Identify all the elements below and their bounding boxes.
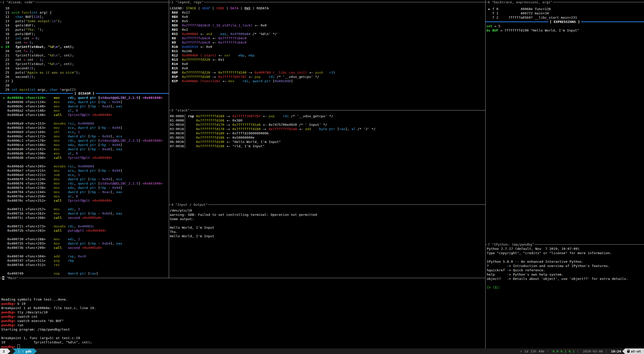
terminal-row: R9 0x7ffff7fcb4c0 ◂— 0x7ffff7fcb4c0	[170, 40, 485, 45]
terminal-row: 10	[1, 6, 168, 10]
terminal-row: 13 puts("Some output:\n");	[1, 19, 168, 23]
pane-number: 1	[2, 0, 4, 4]
terminal-row: 0x4006d8 <func+200> call fprintf@plt <0x…	[1, 156, 168, 160]
terminal-row: R10 0x602010 ◂— 0x0	[170, 45, 485, 49]
terminal-row: 0x400716 <func+262> mov dword ptr [rbp -…	[1, 211, 168, 216]
backtrace-pane[interactable]: ► f 0 40068e func+126 f 1 400772 main+34…	[486, 7, 643, 20]
terminal-row: R13 0x7fffffffd320 ◂— 0x1	[170, 57, 485, 62]
terminal-row: ? -> Introduction and overview of IPytho…	[487, 264, 643, 268]
tmux-status-bar: 2 1 gdb ↑ 1d 23h 49m 0.0 0.1 0.1 2020-03…	[0, 348, 644, 354]
program-io-pane[interactable]: /dev/pts/10warning: GDB: Failed to set c…	[170, 208, 485, 238]
terminal-row: R14 0x0	[170, 62, 485, 66]
pane-title-stack: 3 "stack"	[171, 108, 190, 112]
pane-border-disasm-code: 1 "disasm, code"	[0, 0, 169, 4]
pane-number: 4	[171, 203, 173, 206]
terminal-row: Reading symbols from test...done.	[1, 297, 484, 302]
terminal-row: 23 fprintf(stdout, "%d\n", cnt);	[1, 62, 168, 66]
registers-pane[interactable]: LEGEND: STACK | HEAP | CODE | DATA | RWX…	[170, 6, 485, 83]
chevron-left-icon	[547, 350, 550, 352]
terminal-row: 28	[1, 83, 168, 87]
terminal-row: 0x4006e7 <func+215> mov ecx, dword ptr […	[1, 168, 168, 173]
expressions-section-divider: [ EXPRESSIONS ]	[486, 20, 644, 24]
terminal-row: 0x4006a9 <func+153> movabs rsi, 0x40080d	[1, 121, 168, 126]
terminal-row: 0x400735 <func+293> mov dword ptr [rbp -…	[1, 241, 168, 246]
terminal-row: 0x400749 nop dword ptr [rax]	[1, 271, 168, 276]
pane-border-vertical-left[interactable]	[169, 0, 169, 278]
pane-title-io: 4 "Input / Output"	[171, 202, 208, 207]
stack-pane[interactable]: 00:0000│ rsp 0x7fffffffd160 —▸ 0x7ffff7b…	[170, 114, 485, 148]
terminal-row: Starting program: /tmp/pwndbg/test	[1, 327, 484, 332]
terminal-row: 00:0000│ rsp 0x7fffffffd160 —▸ 0x7ffff7b…	[170, 114, 485, 118]
expressions-pane[interactable]: cnt = 5ds BUF = 7fffffffd190 "Hello Worl…	[486, 24, 643, 33]
terminal-row: object? -> Details about 'object', use '…	[487, 277, 643, 281]
terminal-row: pwndbg> b 19	[1, 302, 484, 306]
terminal-row: 0x4006d0 <func+192> mov dword ptr [rbp -…	[1, 147, 168, 151]
hostname-badge: at-at	[625, 348, 644, 354]
terminal-row: 02:0010│ 0x7fffffffd170 —▸ 0x7fffffffd1a…	[170, 123, 485, 127]
terminal-row: 04:0020│ 0x7fffffffd180 ◂— 0xffffd190000…	[170, 131, 485, 135]
terminal-row: /dev/pts/10	[170, 208, 485, 213]
terminal-row: f 1 400772 main+34	[486, 11, 643, 15]
pane-border-legend-regs: 2 "legend, regs"	[169, 0, 485, 4]
pane-number: 7	[488, 243, 490, 246]
terminal-row: 0x4006a4 <func+148> call fprintf@plt <0x…	[1, 113, 168, 117]
terminal-row: 0x40072b <func+283> call puts@plt <0x400…	[1, 228, 168, 233]
pane-border-backtrace: 6 "backtrace, expressions, args"	[486, 0, 644, 4]
uptime-icon: ↑	[520, 349, 522, 353]
pane-border-vertical-right[interactable]	[485, 0, 486, 348]
pane-number: 6	[488, 0, 490, 4]
terminal-row: 0x400721 <func+273> movabs rdi, 0x40083c	[1, 224, 168, 228]
terminal-row: 07:0038│ 0x7fffffffd198 ◂— "rld, I'm Inp…	[170, 144, 485, 148]
terminal-row: pwndbg> tty /dev/pts/10	[1, 310, 484, 314]
status-time: 10:24	[611, 349, 621, 353]
powerline-arrow-icon	[8, 348, 10, 354]
terminal-row: 0x400696 <func+134> mov edx, dword ptr […	[1, 100, 168, 104]
terminal-row	[1, 117, 168, 121]
uptime-value: 1d 23h 49m	[524, 349, 544, 353]
terminal-row: Some output:	[170, 217, 485, 221]
chevron-left-icon	[605, 350, 608, 352]
terminal-row	[1, 332, 484, 336]
terminal-row: RSP 0x7fffffffd160 —▸ 0x7ffff7b97787 ◂— …	[170, 75, 485, 79]
terminal-row	[1, 267, 168, 271]
source-code-pane[interactable]: 10 11 void func(int arg) { 12 char BUF[1…	[1, 6, 168, 92]
terminal-row: 0x40069c <func+140> mov dword ptr [rbp -…	[1, 104, 168, 108]
tmux-window-tab[interactable]: 1 gdb	[13, 348, 34, 354]
terminal-row: 16 puts(BUF);	[1, 32, 168, 36]
terminal-row: ► 0x40068e <func+126> mov rdi, qword ptr…	[1, 96, 168, 100]
terminal-row: RDX 0x7ffff7dd18c0 (_IO_stdfile_1_lock) …	[170, 23, 485, 27]
terminal-row: 21 fprintf(stdout, "%d\n", cnt);	[1, 53, 168, 57]
load-average: 0.0 0.1 0.1	[553, 349, 575, 353]
chevron-right-icon	[21, 350, 24, 352]
gdb-main-pane[interactable]: Reading symbols from test...done.pwndbg>…	[1, 280, 484, 349]
terminal-row	[170, 221, 485, 225]
terminal-row: cnt = 5	[486, 24, 643, 28]
ipython-pane[interactable]: Python 2.7.17 (default, Nov 7 2019, 10:0…	[487, 247, 643, 289]
terminal-row: ► 19 fprintf(stdout, "%d\n", cnt);	[1, 45, 168, 49]
terminal-row: 0x400730 <func+288> mov edi, 2	[1, 237, 168, 241]
terminal-row	[1, 220, 168, 224]
terminal-row	[1, 160, 168, 164]
pane-number: 2	[171, 0, 173, 4]
terminal-row: Breakpoint 1, func (arg=5) at test.c:19	[1, 336, 484, 340]
terminal-row: 24 second(3);	[1, 66, 168, 70]
disassembly-pane[interactable]: ► 0x40068e <func+126> mov rdi, qword ptr…	[1, 96, 168, 276]
pane-title-disasm-code: 1 "disasm, code"	[2, 0, 35, 4]
terminal-row: 0x400747 <func+311> pop rbp	[1, 258, 168, 263]
terminal-row: ds BUF = 7fffffffd190 "Hello World, I'm …	[486, 28, 643, 33]
terminal-row: 22 cnt = cnt - 1;	[1, 57, 168, 62]
terminal-row: help -> Python's own help system.	[487, 272, 643, 277]
tmux-session-badge[interactable]: 2	[0, 348, 8, 354]
terminal-row: 27 }	[1, 79, 168, 83]
terminal-row: 0x400748 <func+312> ret	[1, 263, 168, 267]
terminal-row: warning: GDB: Failed to set controlling …	[170, 213, 485, 217]
terminal-row	[1, 293, 484, 297]
terminal-row: RCX 0x5	[170, 19, 485, 23]
pane-number-active: 5	[2, 276, 4, 280]
terminal-row: 0x40073b <func+299> call second <0x4005a…	[1, 246, 168, 250]
terminal-row: ► f 0 40068e func+126	[486, 7, 643, 11]
terminal-row: 20 cnt *= 2;	[1, 49, 168, 53]
terminal-row: RAX 0x17	[170, 10, 485, 15]
terminal-row: 26 second(2);	[1, 75, 168, 79]
terminal-row: R8 0x7ffff7fcb4c0 ◂— 0x7ffff7fcb4c0	[170, 36, 485, 40]
